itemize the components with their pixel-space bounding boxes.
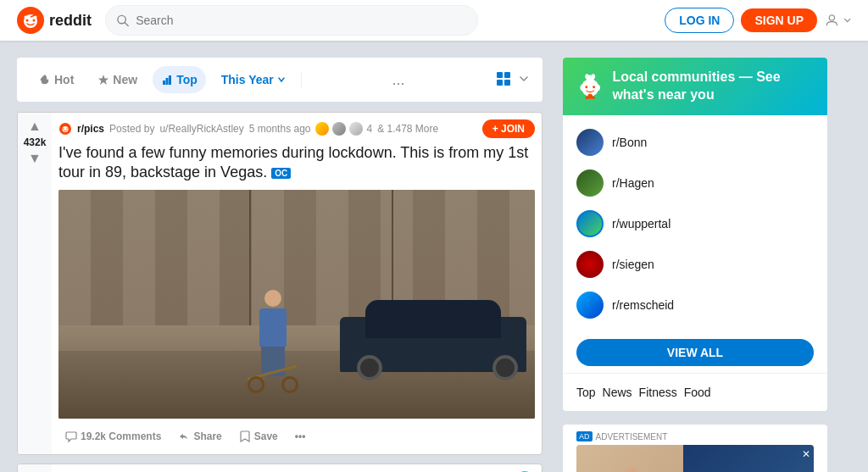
tag-top-button[interactable]: Top [576, 384, 596, 401]
downvote-button[interactable]: ▼ [28, 152, 42, 165]
svg-point-35 [585, 74, 588, 79]
svg-rect-16 [497, 80, 503, 86]
svg-point-38 [586, 96, 589, 99]
post-content-2: r/news Posted by u/throwawaynumber53 1 m… [52, 464, 542, 472]
community-item-wuppertal[interactable]: r/wuppertal [563, 203, 827, 244]
snoo-mascot-icon [576, 68, 604, 105]
post-image[interactable] [58, 190, 535, 419]
community-icon-bonn [576, 129, 604, 156]
join-button[interactable]: + JOIN [482, 119, 535, 138]
svg-rect-17 [504, 80, 510, 86]
search-input[interactable] [136, 14, 467, 27]
post-meta: r/pics Posted by u/ReallyRickAstley 5 mo… [58, 119, 535, 138]
community-item-bonn[interactable]: r/Bonn [563, 122, 827, 163]
community-item-remscheid[interactable]: r/remscheid [563, 285, 827, 325]
reddit-logo-icon [17, 7, 44, 34]
ad-image[interactable]: Urlaub ganz in der Nähe genießen ✕ [576, 445, 814, 472]
local-communities-card: Local communities — See what's near you … [563, 58, 827, 411]
chevron-down-icon [519, 70, 529, 87]
view-toggle-button[interactable] [495, 70, 512, 90]
tag-news-button[interactable]: News [603, 384, 632, 401]
community-icon-wuppertal [576, 210, 604, 237]
main-container: Hot New Top This Year [0, 41, 868, 472]
award-count: 4 [366, 123, 372, 135]
hot-icon [39, 74, 51, 86]
svg-point-29 [585, 86, 587, 88]
svg-point-40 [625, 468, 638, 472]
posted-by-label: Posted by [109, 123, 154, 135]
svg-point-32 [595, 85, 600, 91]
more-button[interactable]: ••• [288, 425, 313, 447]
community-item-hagen[interactable]: r/Hagen [563, 163, 827, 203]
chevron-down-icon [843, 15, 851, 25]
family-illustration [615, 462, 657, 472]
search-bar[interactable] [105, 5, 478, 36]
ad-badge: AD [576, 431, 593, 441]
post-actions: 19.2k Comments Share Save ••• [58, 425, 535, 447]
community-icon-remscheid [576, 292, 604, 319]
search-icon [116, 14, 129, 27]
svg-rect-15 [504, 72, 510, 78]
car-wheel-back [492, 355, 518, 380]
feed: Hot New Top This Year [17, 58, 542, 472]
more-options-button[interactable]: ... [392, 71, 404, 89]
svg-point-7 [35, 16, 37, 19]
svg-point-36 [592, 74, 595, 79]
signup-button[interactable]: SIGN UP [741, 8, 817, 32]
svg-point-39 [592, 96, 595, 99]
car-body-upper [365, 300, 501, 338]
door-divider-1 [249, 190, 251, 325]
svg-point-30 [593, 86, 595, 88]
view-all-button[interactable]: VIEW ALL [576, 339, 814, 366]
vote-column-2: ▲ 348k ▼ [18, 464, 52, 472]
post-title: I've found a few funny memories during l… [58, 143, 535, 183]
sort-divider [301, 71, 302, 88]
card-view-icon [495, 70, 512, 87]
sort-hot-button[interactable]: Hot [31, 66, 82, 93]
tag-food-button[interactable]: Food [684, 384, 711, 401]
logo-text: reddit [49, 12, 92, 30]
post-content: r/pics Posted by u/ReallyRickAstley 5 mo… [52, 113, 542, 454]
community-item-siegen[interactable]: r/siegen [563, 244, 827, 285]
community-icon-hagen [576, 169, 604, 197]
platinum-award [349, 122, 363, 136]
vote-column: ▲ 432k ▼ [18, 113, 52, 454]
save-button[interactable]: Save [232, 425, 285, 447]
svg-rect-12 [166, 78, 169, 85]
subreddit-icon [58, 122, 72, 136]
sort-time-button[interactable]: This Year [213, 66, 294, 93]
svg-point-3 [33, 19, 36, 22]
user-menu[interactable] [824, 7, 851, 34]
login-button[interactable]: LOG IN [665, 8, 734, 33]
post-card-2: ▲ 348k ▼ r/news Posted by u/throwawaynum… [17, 464, 542, 472]
local-header: Local communities — See what's near you [563, 58, 827, 115]
ad-close-button[interactable]: ✕ [802, 448, 810, 460]
svg-rect-13 [169, 75, 171, 85]
awards-extra: & 1.478 More [377, 123, 438, 135]
share-icon [178, 430, 190, 442]
post-time: 5 months ago [249, 123, 311, 135]
car-wheel-front [357, 355, 382, 380]
svg-rect-11 [163, 81, 165, 85]
logo-link[interactable]: reddit [17, 7, 92, 34]
ad-label: AD ADVERTISEMENT [563, 425, 827, 445]
person-figure [259, 290, 287, 376]
upvote-button[interactable]: ▲ [28, 119, 42, 133]
share-button[interactable]: Share [171, 425, 228, 447]
sort-new-button[interactable]: New [89, 66, 146, 93]
svg-rect-14 [497, 72, 503, 78]
post-author[interactable]: u/ReallyRickAstley [159, 123, 243, 135]
ad-overlay-text: Urlaub ganz in der Nähe genießen [683, 445, 814, 472]
post-awards: 4 [315, 122, 372, 136]
tag-fitness-button[interactable]: Fitness [639, 384, 677, 401]
comment-icon [65, 430, 77, 442]
header: reddit LOG IN SIGN UP [0, 0, 868, 41]
svg-point-10 [829, 15, 834, 20]
sort-top-button[interactable]: Top [153, 66, 206, 93]
post-subreddit[interactable]: r/pics [77, 123, 104, 135]
local-communities-title: Local communities — See what's near you [612, 69, 814, 104]
post-card: ▲ 432k ▼ r/pics Posted by u/ReallyRickAs… [17, 112, 542, 455]
community-tags: Top News Fitness Food [563, 373, 827, 411]
comments-button[interactable]: 19.2k Comments [58, 425, 168, 447]
user-icon [824, 10, 840, 31]
